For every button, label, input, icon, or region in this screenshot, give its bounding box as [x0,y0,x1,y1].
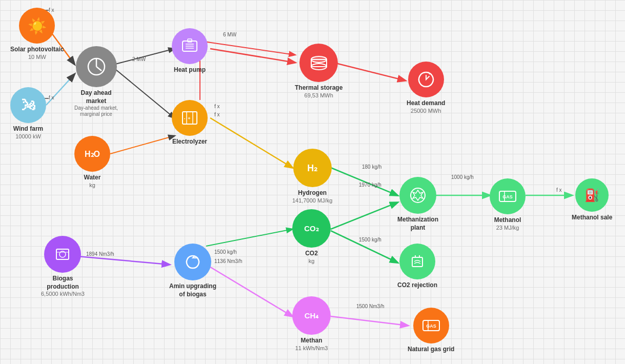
water-sublabel: kg [89,182,95,189]
heatdemand-circle [408,62,444,97]
heatdemand-node: Heat demand 25000 MWh [407,62,445,114]
solar-circle: ☀️ [19,8,55,44]
svg-text:GAS: GAS [502,194,513,199]
solar-sublabel: 10 MW [28,54,46,60]
methanization-circle [399,177,436,214]
thermalstorage-node: Thermal storage 69,53 MWh [295,44,342,99]
dayahead-node: Day aheadmarket Day-ahead market,margina… [74,46,118,117]
hydrogen-node: H₂ Hydrogen 141,7000 MJ/kg [292,149,332,204]
solar-node: ☀️ Solar photovoltaic 10 MW [10,8,64,60]
methanization-node: Methanizationplant [397,177,438,232]
heatpump-label: Heat pump [174,66,206,74]
amin-node: Amin upgradingof biogas [169,244,216,298]
svg-line-4 [96,67,102,71]
methanolsale-label: Methanol sale [572,214,612,222]
methanol-node: GAS Methanol 23 MJ/kg [490,178,526,231]
thermalstorage-sublabel: 69,53 MWh [305,92,333,99]
edge-1894: 1894 Nm3/h [86,251,114,257]
methanol-sublabel: 23 MJ/kg [496,225,519,231]
heatdemand-sublabel: 25000 MWh [411,108,441,114]
svg-rect-24 [56,249,69,259]
electrolyzer-circle: + - [172,100,208,136]
heatpump-node: Heat pump [172,28,208,74]
heatdemand-label: Heat demand [407,99,445,108]
naturalgasgrid-circle: GAS [413,308,449,343]
solar-fx-badge: f x [49,7,54,13]
edge-1970: 1970 kg/h [359,182,381,188]
edge-1500-nm3: 1500 Nm3/h [356,304,384,309]
amin-circle [174,244,211,280]
edge-180: 180 kg/h [362,164,381,170]
methanol-circle: GAS [490,178,526,214]
wind-fx-badge: f x [49,95,54,100]
elec-fx1: f x [214,104,220,109]
co2rejection-circle [399,244,435,279]
thermalstorage-label: Thermal storage [295,84,342,92]
hydrogen-sublabel: 141,7000 MJ/kg [292,197,332,204]
co2-sublabel: kg [309,258,315,265]
electrolyzer-label: Electrolyzer [172,138,207,146]
methanolsale-fx: f x [556,187,562,193]
methanolsale-circle: ⛽ [575,178,609,212]
co2-circle: CO₂ [292,209,331,248]
water-label: Water [84,174,101,182]
svg-rect-23 [412,257,422,267]
naturalgasgrid-label: Natural gas grid [408,346,454,354]
wind-sublabel: 10000 kW [15,133,41,140]
water-circle: H₂O [74,136,110,172]
co2-label: CO2 [305,250,318,258]
water-node: H₂O Water kg [74,136,110,189]
methan-node: CH₄ Methan 11 kWh/Nm3 [292,296,331,352]
dayahead-circle [76,46,117,87]
biogas-sublabel: 6,5000 kWh/Nm3 [41,291,85,297]
elec-fx2: f x [214,112,220,117]
methan-sublabel: 11 kWh/Nm3 [295,345,328,352]
thermalstorage-circle [299,44,338,82]
dayahead-label: Day aheadmarket [81,89,112,105]
methan-circle: CH₄ [292,296,331,335]
wind-label: Wind farm [13,125,44,133]
methanolsale-node: ⛽ Methanol sale [572,178,612,222]
hydrogen-label: Hydrogen [298,189,327,197]
svg-text:+: + [188,116,190,121]
wind-node: 🌬 Wind farm 10000 kW [10,87,46,140]
edge-1000: 1000 kg/h [451,174,474,180]
amin-label: Amin upgradingof biogas [169,282,216,298]
methanization-label: Methanizationplant [397,216,438,232]
edge-6mw: 6 MW [223,32,236,37]
dayahead-sublabel: Day-ahead market,marginal price [74,105,118,117]
edge-2mw: 2 MW [132,56,146,62]
edge-1136: 1136 Nm3/h [214,258,242,264]
svg-text:GAS: GAS [426,323,436,329]
co2rejection-label: CO2 rejection [397,281,437,290]
biogas-node: Biogasproduction 6,5000 kWh/Nm3 [41,236,85,297]
co2-node: CO₂ CO2 kg [292,209,331,265]
wind-circle: 🌬 [10,87,46,123]
methan-label: Methan [301,337,322,345]
naturalgasgrid-node: GAS Natural gas grid [408,308,454,354]
hydrogen-circle: H₂ [293,149,332,187]
edge-1500-amin: 1500 kg/h [214,249,237,255]
svg-text:-: - [184,116,186,121]
co2rejection-node: CO2 rejection [397,244,437,290]
svg-point-18 [311,56,327,63]
biogas-circle [44,236,81,273]
electrolyzer-node: + - Electrolyzer [172,100,208,146]
solar-label: Solar photovoltaic [10,46,64,54]
methanol-label: Methanol [494,216,521,225]
biogas-label: Biogasproduction [47,275,79,291]
edge-1500-co2: 1500 kg/h [359,237,381,242]
heatpump-circle [172,28,208,64]
